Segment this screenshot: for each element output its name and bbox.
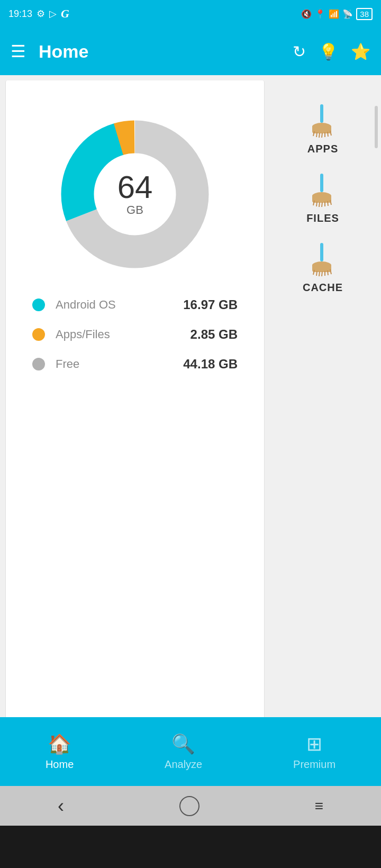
nav-analyze[interactable]: 🔍 Analyze (165, 733, 202, 771)
mute-icon: 🔇 (301, 9, 312, 19)
cache-button[interactable]: CACHE (280, 235, 365, 299)
analyze-nav-icon: 🔍 (171, 733, 195, 755)
status-bar: 19:13 ⚙ ▷ G 🔇 📍 📶 📡 38 (0, 0, 381, 28)
svg-rect-13 (320, 174, 323, 192)
system-nav-bar: ‹ ≡ (0, 786, 381, 826)
free-value: 44.18 GB (183, 357, 238, 372)
android-os-label: Android OS (56, 298, 183, 312)
apps-files-dot (32, 328, 45, 341)
nav-home[interactable]: 🏠 Home (46, 733, 74, 771)
bottom-black-bar (0, 826, 381, 868)
apps-files-label: Apps/Files (56, 328, 190, 341)
app-bar-icons: ↻ 💡 ⭐ (293, 42, 370, 61)
svg-line-28 (319, 272, 320, 276)
chart-center-value: 64 GB (117, 171, 153, 217)
svg-rect-15 (312, 194, 331, 203)
back-button[interactable]: ‹ (58, 795, 64, 817)
svg-line-17 (316, 202, 317, 206)
svg-line-8 (319, 133, 320, 138)
svg-rect-25 (312, 264, 331, 272)
cast-icon: ▷ (49, 8, 57, 20)
free-dot (32, 358, 45, 370)
settings-icon: ⚙ (37, 8, 45, 20)
premium-nav-icon: ⊞ (306, 733, 322, 755)
svg-line-11 (328, 132, 328, 137)
signal-icon: 📡 (342, 9, 353, 19)
cache-broom-icon (304, 240, 341, 277)
recent-apps-button[interactable]: ≡ (315, 798, 323, 815)
svg-line-21 (328, 201, 328, 206)
wifi-icon: 📶 (329, 9, 339, 19)
home-nav-label: Home (46, 758, 74, 771)
bottom-navigation: 🏠 Home 🔍 Analyze ⊞ Premium (0, 717, 381, 786)
premium-nav-label: Premium (293, 758, 335, 771)
storage-legend: Android OS 16.97 GB Apps/Files 2.85 GB F… (16, 292, 253, 392)
android-os-dot (32, 299, 45, 311)
svg-line-27 (316, 271, 317, 276)
apps-files-value: 2.85 GB (190, 327, 238, 342)
svg-line-9 (322, 133, 322, 138)
time-display: 19:13 (8, 8, 32, 20)
free-label: Free (56, 357, 183, 371)
legend-android-os: Android OS 16.97 GB (32, 297, 238, 312)
battery-display: 38 (356, 8, 373, 20)
svg-line-31 (328, 270, 328, 275)
scrollbar[interactable] (375, 106, 378, 148)
google-icon: G (61, 7, 69, 21)
legend-apps-files: Apps/Files 2.85 GB (32, 327, 238, 342)
location-icon: 📍 (315, 9, 325, 19)
files-broom-icon (304, 171, 341, 208)
tips-button[interactable]: 💡 (319, 42, 338, 61)
home-nav-icon: 🏠 (48, 733, 71, 755)
analyze-nav-label: Analyze (165, 758, 202, 771)
svg-rect-3 (320, 104, 323, 123)
app-bar: ☰ Home ↻ 💡 ⭐ (0, 28, 381, 75)
storage-total: 64 (117, 171, 153, 203)
left-panel: 64 GB Android OS 16.97 GB Apps/Files 2.8… (5, 80, 265, 738)
refresh-button[interactable]: ↻ (293, 42, 306, 61)
right-panel: APPS FILES (265, 75, 381, 744)
files-button-label: FILES (306, 212, 339, 224)
nav-premium[interactable]: ⊞ Premium (293, 733, 335, 771)
storage-unit: GB (117, 203, 153, 217)
cache-button-label: CACHE (303, 282, 343, 294)
svg-line-29 (322, 272, 322, 276)
home-button[interactable] (179, 796, 199, 816)
main-content: 64 GB Android OS 16.97 GB Apps/Files 2.8… (0, 75, 381, 744)
files-button[interactable]: FILES (280, 166, 365, 230)
svg-line-19 (322, 202, 322, 207)
status-left: 19:13 ⚙ ▷ G (8, 7, 69, 21)
android-os-value: 16.97 GB (183, 297, 238, 312)
apps-broom-icon (304, 102, 341, 139)
donut-chart: 64 GB (53, 112, 217, 276)
legend-free: Free 44.18 GB (32, 357, 238, 372)
page-title: Home (39, 41, 293, 62)
svg-line-18 (319, 202, 320, 207)
achievement-button[interactable]: ⭐ (351, 42, 370, 61)
svg-line-7 (316, 132, 317, 137)
apps-button-label: APPS (307, 143, 338, 155)
status-right: 🔇 📍 📶 📡 38 (301, 8, 373, 20)
svg-rect-5 (312, 125, 331, 133)
menu-icon[interactable]: ☰ (11, 41, 26, 61)
svg-rect-23 (320, 243, 323, 261)
apps-button[interactable]: APPS (280, 96, 365, 160)
